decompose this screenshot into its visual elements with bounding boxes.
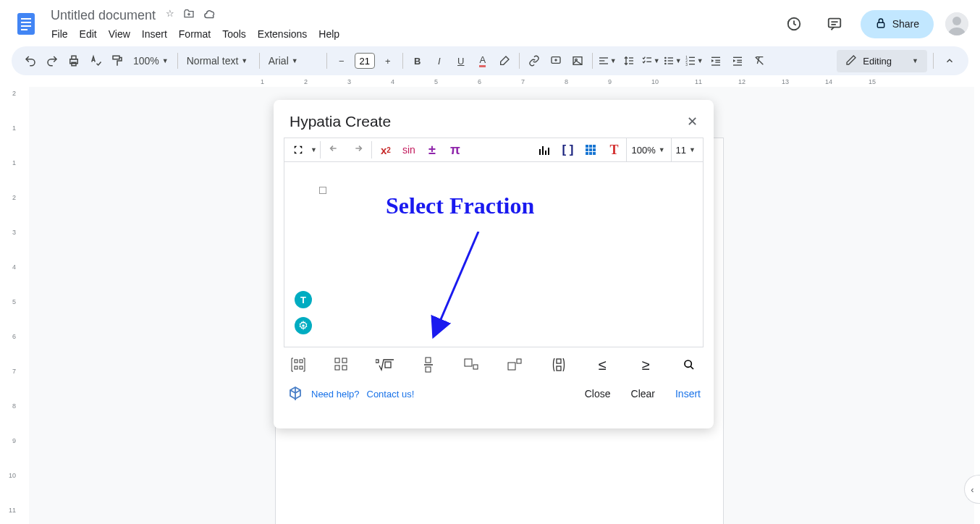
add-comment-icon[interactable] [546, 51, 566, 71]
bullet-list-icon[interactable]: ▼ [662, 51, 683, 71]
svg-rect-43 [733, 57, 742, 58]
settings-icon[interactable] [295, 317, 312, 334]
insert-button[interactable]: Insert [675, 388, 701, 400]
image-icon[interactable] [567, 51, 588, 71]
svg-rect-57 [586, 152, 588, 155]
plus-minus-button[interactable]: ± [421, 140, 443, 160]
redo-icon[interactable] [347, 140, 368, 160]
spellcheck-icon[interactable] [85, 51, 106, 71]
dialog-fontsize-dropdown[interactable]: 11▼ [671, 138, 700, 161]
docs-icon[interactable] [12, 9, 41, 38]
style-dropdown[interactable]: Normal text▼ [182, 51, 255, 71]
text-mode-icon[interactable]: T [295, 291, 312, 308]
superscript-button[interactable]: x2 [375, 140, 397, 160]
svg-point-27 [664, 57, 667, 59]
placeholder-box [319, 187, 326, 194]
increase-indent-icon[interactable] [727, 51, 748, 71]
paint-format-icon[interactable] [107, 51, 127, 71]
move-icon[interactable] [183, 8, 195, 23]
vertical-ruler: 21123456789101112 [4, 90, 17, 524]
svg-rect-36 [689, 57, 695, 58]
zoom-dropdown[interactable]: 100%▼ [129, 51, 173, 71]
array-button[interactable] [330, 356, 353, 373]
separator [371, 141, 372, 159]
brackets-button[interactable]: [ ] [557, 140, 578, 160]
history-icon[interactable] [780, 9, 808, 38]
pi-button[interactable]: π [444, 140, 466, 160]
svg-rect-30 [667, 57, 672, 58]
dropdown-arrow-icon[interactable]: ▼ [311, 146, 317, 153]
fraction-button[interactable] [417, 356, 440, 373]
matrix-bracket-button[interactable] [287, 356, 310, 373]
binomial-button[interactable] [547, 356, 570, 373]
print-icon[interactable] [64, 51, 84, 71]
geq-button[interactable]: ≥ [634, 356, 657, 373]
menu-edit[interactable]: Edit [75, 25, 102, 43]
sin-button[interactable]: sin [398, 140, 420, 160]
star-icon[interactable]: ☆ [166, 8, 174, 23]
font-size-input[interactable] [355, 53, 375, 69]
decrease-font-icon[interactable]: − [331, 51, 352, 71]
undo-icon[interactable] [20, 51, 41, 71]
menu-format[interactable]: Format [174, 25, 216, 43]
svg-point-28 [664, 60, 667, 62]
search-icon[interactable] [677, 356, 701, 373]
text-color-icon[interactable]: A [473, 51, 493, 71]
svg-rect-3 [21, 25, 31, 27]
align-icon[interactable]: ▼ [597, 51, 617, 71]
svg-rect-19 [599, 57, 608, 58]
text-button[interactable]: T [603, 140, 625, 160]
svg-rect-46 [733, 64, 742, 65]
svg-point-81 [685, 360, 691, 367]
svg-rect-75 [465, 359, 472, 366]
leq-button[interactable]: ≤ [591, 356, 614, 373]
grid-icon[interactable] [580, 140, 601, 160]
decrease-indent-icon[interactable] [706, 51, 726, 71]
editing-mode-button[interactable]: Editing ▼ [837, 50, 927, 72]
svg-rect-66 [335, 358, 339, 363]
bar-chart-icon[interactable] [533, 140, 555, 160]
cloud-icon[interactable] [203, 8, 216, 23]
pencil-icon [845, 54, 857, 68]
checklist-icon[interactable]: ▼ [641, 51, 661, 71]
font-dropdown[interactable]: Arial▼ [264, 51, 322, 71]
comments-icon[interactable] [820, 9, 849, 38]
annotation-arrow-icon [429, 232, 494, 347]
svg-rect-41 [715, 62, 720, 62]
menu-tools[interactable]: Tools [217, 25, 251, 43]
menu-help[interactable]: Help [313, 25, 345, 43]
svg-rect-64 [295, 366, 297, 369]
highlight-icon[interactable] [494, 51, 515, 71]
italic-icon[interactable]: I [429, 51, 449, 71]
line-spacing-icon[interactable] [619, 51, 639, 71]
close-button[interactable]: Close [585, 388, 611, 400]
undo-icon[interactable] [324, 140, 345, 160]
dialog-zoom-dropdown[interactable]: 100%▼ [626, 138, 669, 161]
share-button[interactable]: Share [861, 10, 934, 38]
increase-font-icon[interactable]: + [378, 51, 398, 71]
contact-link[interactable]: Contact us! [367, 389, 415, 400]
menu-extensions[interactable]: Extensions [253, 25, 312, 43]
menu-insert[interactable]: Insert [137, 25, 172, 43]
underline-icon[interactable]: U [451, 51, 471, 71]
equation-canvas[interactable]: T Select Fraction [284, 162, 704, 347]
document-title[interactable]: Untitled document [46, 7, 160, 25]
menu-file[interactable]: File [46, 25, 73, 43]
redo-icon[interactable] [42, 51, 62, 71]
help-link[interactable]: Need help? [311, 389, 360, 400]
clear-format-icon[interactable] [749, 51, 769, 71]
avatar[interactable] [945, 12, 968, 35]
link-icon[interactable] [524, 51, 544, 71]
exponent-button[interactable] [504, 356, 527, 373]
close-icon[interactable]: ✕ [687, 114, 698, 130]
number-list-icon[interactable]: 123▼ [684, 51, 704, 71]
svg-rect-2 [21, 22, 31, 23]
root-button[interactable] [373, 356, 397, 373]
subscript-button[interactable] [460, 356, 483, 373]
menu-view[interactable]: View [104, 25, 135, 43]
collapse-icon[interactable] [939, 51, 960, 71]
fullscreen-icon[interactable] [287, 140, 309, 160]
svg-rect-67 [342, 358, 347, 363]
clear-button[interactable]: Clear [631, 388, 655, 400]
bold-icon[interactable]: B [407, 51, 428, 71]
